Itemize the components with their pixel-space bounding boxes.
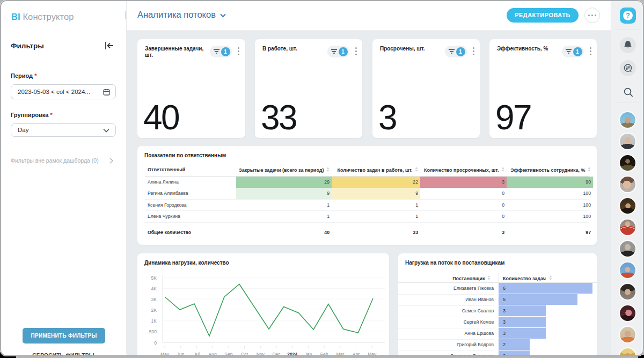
svg-text:May: May — [368, 352, 377, 356]
svg-text:0: 0 — [154, 340, 157, 346]
svg-text:Sep: Sep — [224, 352, 232, 356]
svg-text:4K: 4K — [151, 286, 157, 291]
svg-text:Jan: Jan — [305, 352, 312, 356]
svg-text:5K: 5K — [151, 275, 157, 281]
svg-text:Dec: Dec — [272, 352, 281, 356]
svg-text:Apr: Apr — [353, 352, 360, 356]
svg-text:Feb: Feb — [320, 352, 328, 356]
svg-text:500: 500 — [149, 329, 157, 334]
svg-text:Oct: Oct — [241, 352, 248, 356]
svg-text:Mar: Mar — [336, 352, 345, 356]
svg-text:2K: 2K — [151, 308, 157, 313]
svg-text:Aug: Aug — [209, 352, 217, 356]
svg-text:Jul: Jul — [194, 352, 200, 356]
svg-text:2024: 2024 — [287, 352, 297, 356]
svg-text:May: May — [160, 352, 170, 356]
svg-text:3K: 3K — [151, 297, 157, 302]
svg-text:Nov: Nov — [257, 352, 265, 356]
svg-text:1K: 1K — [151, 318, 157, 324]
svg-text:Jun: Jun — [177, 352, 185, 356]
